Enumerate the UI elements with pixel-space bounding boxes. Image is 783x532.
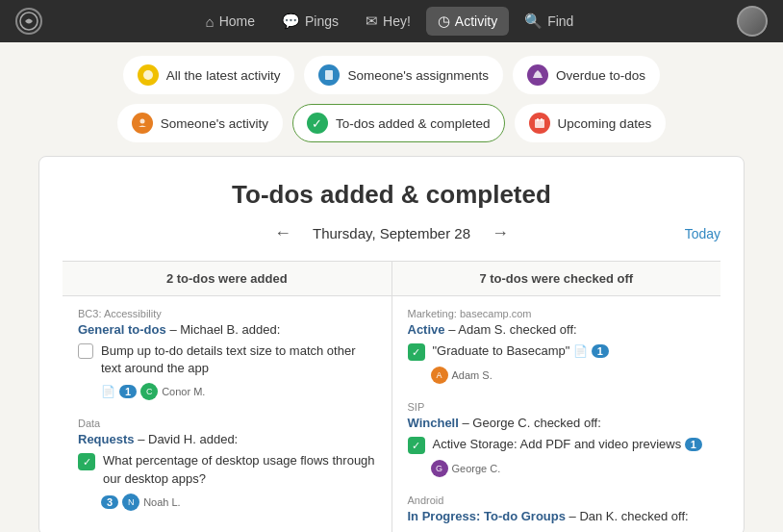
- checked-todo-1-meta: A Adam S.: [431, 367, 706, 384]
- george-avatar: G: [431, 460, 448, 477]
- nav-pings-label: Pings: [305, 13, 339, 29]
- filter-upcoming-dates[interactable]: Upcoming dates: [515, 104, 667, 142]
- filter-assignments-label: Someone's assignments: [347, 68, 489, 83]
- filter-bar: All the latest activity Someone's assign…: [0, 42, 783, 156]
- activity-table: 2 to-dos were added 7 to-dos were checke…: [63, 261, 720, 532]
- checkbox-empty-1[interactable]: [78, 343, 93, 359]
- nav-home[interactable]: ⌂ Home: [194, 8, 266, 36]
- filter-all-latest-label: All the latest activity: [166, 68, 281, 83]
- checkbox-checked-c1[interactable]: ✓: [408, 343, 425, 361]
- checked-project-2: SIP: [408, 401, 706, 413]
- svg-point-1: [143, 70, 153, 80]
- adam-avatar: A: [431, 367, 448, 384]
- col-added-header: 2 to-dos were added: [63, 262, 392, 296]
- checked-section1-header: Active – Adam S. checked off:: [408, 322, 706, 337]
- added-project-2: Data: [78, 418, 376, 429]
- badge-c2: 1: [685, 438, 702, 451]
- general-todos-link[interactable]: General to-dos: [78, 322, 166, 337]
- col-checked-header: 7 to-dos were checked off: [392, 262, 720, 296]
- user-avatar[interactable]: [737, 6, 768, 37]
- logo[interactable]: [15, 8, 42, 35]
- checked-todo-2-meta: G George C.: [431, 460, 706, 477]
- badge-1: 1: [119, 385, 137, 398]
- conor-avatar: C: [140, 383, 158, 400]
- added-todo-2-text: What percentage of desktop usage flows t…: [103, 452, 376, 487]
- added-section2-header: Requests – David H. added:: [78, 432, 376, 446]
- in-progress-link[interactable]: In Progress: To-do Groups: [408, 509, 566, 523]
- filter-upcoming-label: Upcoming dates: [558, 116, 652, 131]
- added-todo-2-meta: 3 N Noah L.: [101, 494, 376, 511]
- filter-someones-activity[interactable]: Someone's activity: [117, 104, 283, 142]
- checkbox-checked-2[interactable]: ✓: [78, 453, 95, 470]
- winchell-link[interactable]: Winchell: [408, 416, 459, 430]
- date-navigation: ← Thursday, September 28 → Today: [63, 221, 720, 245]
- table-row: BC3: Accessibility General to-dos – Mich…: [63, 296, 720, 533]
- filter-someones-assignments[interactable]: Someone's assignments: [304, 56, 503, 94]
- home-icon: ⌂: [206, 13, 215, 30]
- filter-todos-added[interactable]: ✓ To-dos added & completed: [292, 104, 505, 142]
- added-todo-1: Bump up to-do details text size to match…: [78, 342, 376, 377]
- doc-icon-c1: 📄: [573, 344, 588, 358]
- checked-section3-header: In Progress: To-do Groups – Dan K. check…: [408, 509, 706, 523]
- george-name: George C.: [452, 463, 501, 474]
- filter-todos-label: To-dos added & completed: [336, 116, 491, 131]
- added-todo-1-text: Bump up to-do details text size to match…: [101, 342, 376, 377]
- filter-overdue-todos[interactable]: Overdue to-dos: [513, 56, 660, 94]
- conor-name: Conor M.: [162, 386, 205, 397]
- added-todo-2: ✓ What percentage of desktop usage flows…: [78, 452, 376, 487]
- filter-all-latest[interactable]: All the latest activity: [123, 56, 295, 94]
- hey-icon: ✉: [366, 13, 378, 30]
- nav-activity-label: Activity: [455, 13, 497, 29]
- doc-icon-1: 📄: [101, 385, 115, 398]
- added-project-1: BC3: Accessibility: [78, 308, 376, 319]
- nav-find-label: Find: [547, 13, 573, 29]
- checked-project-3: Android: [408, 494, 706, 506]
- checked-project-1: Marketing: basecamp.com: [408, 308, 706, 319]
- added-column: BC3: Accessibility General to-dos – Mich…: [63, 296, 392, 533]
- upcoming-icon: [529, 113, 550, 134]
- requests-link[interactable]: Requests: [78, 432, 135, 446]
- find-icon: 🔍: [524, 13, 543, 30]
- filter-someones-activity-label: Someone's activity: [161, 116, 268, 131]
- added-section1-header: General to-dos – Michael B. added:: [78, 322, 376, 337]
- someones-activity-icon: [132, 113, 153, 134]
- adam-name: Adam S.: [452, 369, 493, 381]
- checked-column: Marketing: basecamp.com Active – Adam S.…: [392, 296, 720, 533]
- noah-name: Noah L.: [143, 496, 181, 508]
- svg-rect-4: [535, 119, 544, 128]
- nav-find[interactable]: 🔍 Find: [513, 7, 585, 36]
- checked-todo-1: ✓ "Graduate to Basecamp" 📄 1: [408, 342, 706, 361]
- prev-date-arrow[interactable]: ←: [268, 221, 297, 245]
- nav-items: ⌂ Home 💬 Pings ✉ Hey! ◷ Activity 🔍 Find: [194, 7, 586, 36]
- overdue-icon: [527, 64, 548, 86]
- noah-avatar: N: [122, 494, 139, 511]
- next-date-arrow[interactable]: →: [486, 221, 515, 245]
- todos-selected-icon: ✓: [307, 113, 328, 134]
- checked-todo-2-text: Active Storage: Add PDF and video previe…: [433, 436, 702, 453]
- filter-overdue-label: Overdue to-dos: [556, 68, 645, 83]
- active-link[interactable]: Active: [408, 322, 445, 337]
- top-nav: ⌂ Home 💬 Pings ✉ Hey! ◷ Activity 🔍 Find: [0, 0, 783, 42]
- checked-todo-1-text: "Graduate to Basecamp" 📄 1: [433, 342, 609, 360]
- badge-c1: 1: [592, 344, 609, 358]
- current-date: Thursday, September 28: [313, 225, 470, 241]
- checkbox-checked-c2[interactable]: ✓: [408, 437, 425, 454]
- nav-pings[interactable]: 💬 Pings: [270, 7, 350, 36]
- checked-section2-header: Winchell – George C. checked off:: [408, 416, 706, 430]
- avatar-image: [737, 6, 768, 37]
- today-link[interactable]: Today: [685, 226, 720, 241]
- badge-2: 3: [101, 495, 118, 509]
- added-todo-1-meta: 📄 1 C Conor M.: [101, 383, 376, 400]
- all-latest-icon: [138, 64, 159, 86]
- table-header-row: 2 to-dos were added 7 to-dos were checke…: [63, 262, 720, 296]
- assignments-icon: [318, 64, 340, 86]
- nav-hey-label: Hey!: [383, 13, 411, 29]
- checked-todo-2: ✓ Active Storage: Add PDF and video prev…: [408, 436, 706, 454]
- activity-icon: ◷: [438, 13, 450, 30]
- nav-hey[interactable]: ✉ Hey!: [354, 7, 422, 36]
- page-title: To-dos added & completed: [63, 180, 720, 210]
- nav-home-label: Home: [219, 13, 255, 29]
- pings-icon: 💬: [282, 13, 300, 30]
- svg-point-3: [139, 119, 144, 124]
- nav-activity[interactable]: ◷ Activity: [426, 7, 509, 36]
